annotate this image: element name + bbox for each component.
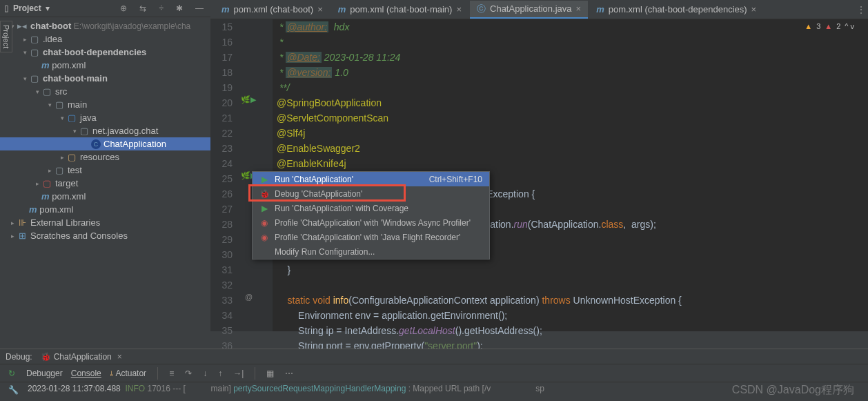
debug-header: Debug: 🐞ChatApplication× xyxy=(0,349,868,364)
console-tab[interactable]: Console xyxy=(71,369,101,378)
dropdown-icon[interactable]: ▾ xyxy=(46,3,50,13)
nav-updown[interactable]: ^ v xyxy=(845,22,854,30)
menu-run[interactable]: ▶Run 'ChatApplication'Ctrl+Shift+F10 xyxy=(253,172,489,186)
menu-debug[interactable]: 🐞Debug 'ChatApplication' xyxy=(253,186,489,201)
more-icon[interactable]: ⋯ xyxy=(282,369,296,378)
tree-deps[interactable]: ▾▢chat-boot-dependencies xyxy=(0,46,210,59)
tree-pom3[interactable]: m pom.xml xyxy=(0,203,210,216)
tab-chatapp[interactable]: ⓒChatApplication.java× xyxy=(470,1,588,19)
close-icon[interactable]: × xyxy=(576,3,582,14)
evaluate-icon[interactable]: ▦ xyxy=(264,369,277,378)
tree-src[interactable]: ▾▢src xyxy=(0,85,210,98)
more-tabs-icon[interactable]: ⋮ xyxy=(854,5,868,14)
tree-extlib[interactable]: ▸⊪External Libraries xyxy=(0,216,210,229)
run-icon: ▶ xyxy=(259,175,269,184)
menu-modify-config[interactable]: Modify Run Configuration... xyxy=(253,244,489,259)
tree-root[interactable]: ▾▸◂chat-boot E:\workgit\javadog\example\… xyxy=(0,19,210,32)
tree-main[interactable]: ▾▢main xyxy=(0,98,210,111)
tree-target[interactable]: ▸▢target xyxy=(0,177,210,190)
project-icon: ▯ xyxy=(4,3,9,13)
tab-pom-main[interactable]: mpom.xml (chat-boot-main)× xyxy=(331,1,468,19)
tab-pom-boot[interactable]: mpom.xml (chat-boot)× xyxy=(215,1,330,19)
rerun-icon[interactable]: ↻ xyxy=(6,369,18,378)
settings-icon[interactable]: ✱ xyxy=(173,3,186,13)
tree-test[interactable]: ▸▢test xyxy=(0,164,210,177)
profile-icon: ◉ xyxy=(259,218,269,228)
actuator-tab[interactable]: ⫰ Actuator xyxy=(110,369,146,378)
step-into-icon[interactable]: ↓ xyxy=(200,369,210,378)
project-title: Project xyxy=(13,3,41,13)
close-icon[interactable]: × xyxy=(456,4,462,14)
hide-icon[interactable]: — xyxy=(193,3,206,13)
debug-toolbar: ↻ Debugger Console ⫰ Actuator ≡ ↷ ↓ ↑ →|… xyxy=(0,364,868,382)
project-panel: ▯ Project ▾ ⊕ ⇆ ÷ ✱ — ▾▸◂chat-boot E:\wo… xyxy=(0,0,210,331)
tree-main-mod[interactable]: ▾▢chat-boot-main xyxy=(0,72,210,85)
debug-run-tab[interactable]: 🐞ChatApplication× xyxy=(41,352,122,362)
step-icon[interactable]: ≡ xyxy=(166,369,177,378)
coverage-icon: ▶ xyxy=(259,204,269,213)
editor-area: mpom.xml (chat-boot)× mpom.xml (chat-boo… xyxy=(210,0,868,331)
step-out-icon[interactable]: ↑ xyxy=(215,369,225,378)
tree-scratch[interactable]: ▸⊞Scratches and Consoles xyxy=(0,229,210,242)
collapse-icon[interactable]: ÷ xyxy=(156,3,166,13)
tree-app-selected[interactable]: CChatApplication xyxy=(0,137,210,150)
error-icon: ▲ xyxy=(825,22,832,30)
tool-icon[interactable]: 🔧 xyxy=(6,385,21,395)
warning-icon: ▲ xyxy=(805,22,812,30)
debugger-tab[interactable]: Debugger xyxy=(26,369,63,378)
override-icon[interactable]: @ xyxy=(245,293,253,301)
profile-icon: ◉ xyxy=(259,233,269,242)
tree-java[interactable]: ▾▢java xyxy=(0,111,210,124)
close-icon[interactable]: × xyxy=(317,4,323,14)
spring-run-icon[interactable]: 🌿▶ xyxy=(241,95,256,104)
tree-pkg[interactable]: ▾▢net.javadog.chat xyxy=(0,124,210,137)
run-context-menu: ▶Run 'ChatApplication'Ctrl+Shift+F10 🐞De… xyxy=(252,171,490,260)
menu-profile-async[interactable]: ◉Profile 'ChatApplication' with 'Windows… xyxy=(253,215,489,230)
debug-icon: 🐞 xyxy=(259,189,269,199)
tree-deps-pom[interactable]: m pom.xml xyxy=(0,59,210,72)
line-numbers: 1516171819202122232425262728293031323334… xyxy=(210,19,238,331)
project-side-tab[interactable]: Project xyxy=(0,21,12,52)
watermark: CSDN @JavaDog程序狗 xyxy=(732,383,854,398)
menu-profile-jfr[interactable]: ◉Profile 'ChatApplication' with 'Java Fl… xyxy=(253,230,489,244)
warnings-indicator[interactable]: ▲3 ▲2 ^ v xyxy=(805,22,854,30)
project-tree: ▾▸◂chat-boot E:\workgit\javadog\example\… xyxy=(0,17,210,244)
close-icon[interactable]: × xyxy=(751,4,757,14)
tab-pom-deps[interactable]: mpom.xml (chat-boot-dependencies)× xyxy=(589,1,763,19)
tree-idea[interactable]: ▸▢.idea xyxy=(0,32,210,46)
menu-coverage[interactable]: ▶Run 'ChatApplication' with Coverage xyxy=(253,201,489,215)
editor-tabs: mpom.xml (chat-boot)× mpom.xml (chat-boo… xyxy=(210,0,868,19)
debug-title: Debug: xyxy=(6,352,32,362)
tree-pom2[interactable]: m pom.xml xyxy=(0,190,210,203)
tree-resources[interactable]: ▸▢resources xyxy=(0,150,210,164)
project-header: ▯ Project ▾ ⊕ ⇆ ÷ ✱ — xyxy=(0,0,210,17)
step-over-icon[interactable]: ↷ xyxy=(182,369,195,378)
run-to-cursor-icon[interactable]: →| xyxy=(230,369,246,378)
select-opened-icon[interactable]: ⊕ xyxy=(117,3,130,13)
expand-icon[interactable]: ⇆ xyxy=(137,3,149,13)
